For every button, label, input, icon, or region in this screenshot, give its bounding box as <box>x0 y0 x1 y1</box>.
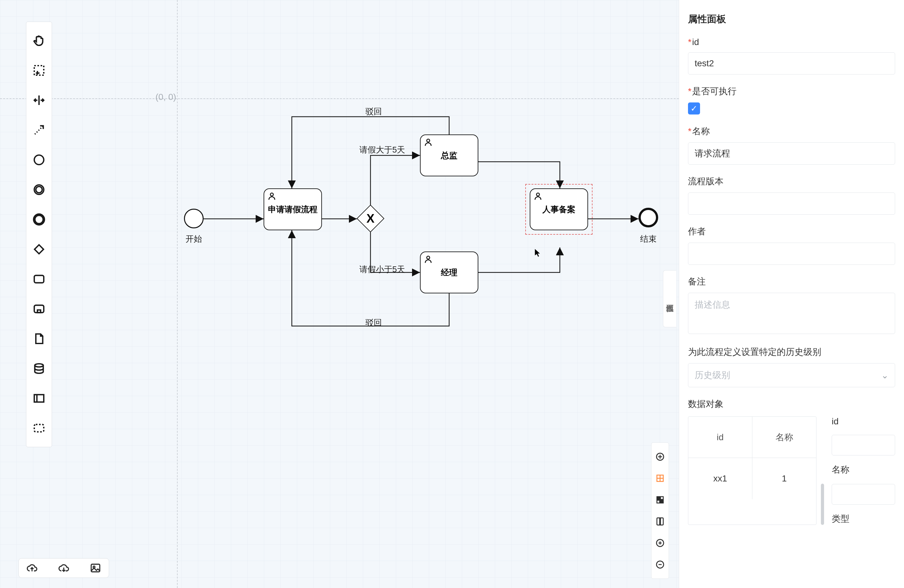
cell-id: xx1 <box>688 458 752 499</box>
table-row[interactable]: xx1 1 <box>688 458 816 499</box>
edge-reject-bottom-label: 驳回 <box>358 317 389 328</box>
hand-tool[interactable] <box>30 32 47 49</box>
start-event-label: 开始 <box>184 234 204 245</box>
field-remark: 备注 <box>688 276 895 335</box>
svg-point-16 <box>35 364 43 367</box>
svg-rect-15 <box>38 310 41 312</box>
history-select[interactable]: 历史级别 ⌄ <box>688 363 895 387</box>
cell-name: 1 <box>752 458 816 499</box>
svg-rect-29 <box>661 500 663 503</box>
io-toolbar <box>18 558 109 578</box>
executable-label: 是否可执行 <box>692 86 736 96</box>
left-palette <box>26 22 52 447</box>
svg-point-1 <box>427 139 430 142</box>
table-scrollbar[interactable] <box>821 484 824 525</box>
connect-tool[interactable] <box>30 122 47 139</box>
upload-button[interactable] <box>26 562 38 574</box>
cursor-icon <box>535 249 541 257</box>
col-id: id <box>688 417 752 458</box>
svg-point-8 <box>34 155 44 164</box>
pool-tool[interactable] <box>30 390 47 407</box>
exclusive-gateway[interactable]: X <box>357 205 384 232</box>
svg-rect-27 <box>661 497 663 499</box>
zoom-in-button[interactable] <box>654 537 667 549</box>
center-canvas-button[interactable] <box>654 472 667 485</box>
end-event-label: 结束 <box>638 234 658 245</box>
svg-point-2 <box>427 256 430 259</box>
edge-reject-top-label: 驳回 <box>358 106 389 117</box>
gateway-tool[interactable] <box>30 241 47 258</box>
task-apply-label: 申请请假流程 <box>265 204 321 215</box>
panel-collapse-tab[interactable]: 属性面板 <box>663 270 676 327</box>
id-label: id <box>692 37 699 47</box>
author-input[interactable] <box>688 243 895 265</box>
version-input[interactable] <box>688 193 895 215</box>
download-button[interactable] <box>57 562 70 574</box>
zoom-out-button[interactable] <box>654 558 667 571</box>
panel-title: 属性面板 <box>688 13 895 26</box>
bpmn-canvas[interactable]: (0, 0) 开始 申请请假流程 X 总监 经理 人事备案 结束 驳回 <box>0 0 679 588</box>
intermediate-event-tool[interactable] <box>30 181 47 198</box>
name-label: 名称 <box>692 126 710 136</box>
user-icon <box>534 191 542 202</box>
remark-textarea[interactable] <box>688 293 895 334</box>
svg-rect-7 <box>34 66 44 75</box>
svg-rect-13 <box>34 275 44 283</box>
data-object-side-form: id 名称 类型 <box>832 416 895 525</box>
origin-horizontal-line <box>0 98 679 99</box>
origin-vertical-line <box>177 0 178 588</box>
author-label: 作者 <box>688 226 895 237</box>
user-icon <box>267 191 276 202</box>
task-hr-record[interactable]: 人事备案 <box>530 188 588 230</box>
chevron-down-icon: ⌄ <box>881 370 888 381</box>
view-toolbar <box>651 443 669 579</box>
end-event[interactable] <box>638 208 658 228</box>
task-director[interactable]: 总监 <box>420 134 478 176</box>
svg-rect-12 <box>35 245 43 254</box>
data-object-table: id 名称 xx1 1 <box>688 416 817 525</box>
executable-checkbox[interactable]: ✓ <box>688 103 700 114</box>
task-director-label: 总监 <box>438 150 461 161</box>
data-object-tool[interactable] <box>30 330 47 347</box>
end-event-tool[interactable] <box>30 211 47 228</box>
id-input[interactable] <box>688 52 895 74</box>
task-manager[interactable]: 经理 <box>420 251 478 293</box>
svg-rect-26 <box>657 497 660 499</box>
subprocess-tool[interactable] <box>30 300 47 318</box>
fit-viewport-button[interactable] <box>654 450 667 463</box>
side-name-input[interactable] <box>832 484 895 504</box>
origin-label: (0, 0) <box>155 92 176 102</box>
side-name-label: 名称 <box>832 464 895 476</box>
svg-rect-14 <box>34 305 44 312</box>
gateway-x-icon: X <box>361 209 380 228</box>
toggle-grid-button[interactable] <box>654 493 667 506</box>
connectors-layer <box>0 0 679 588</box>
documentation-button[interactable] <box>654 515 667 528</box>
svg-point-11 <box>34 215 44 224</box>
svg-rect-20 <box>92 564 100 572</box>
data-object-section-title: 数据对象 <box>688 398 895 410</box>
data-store-tool[interactable] <box>30 360 47 377</box>
name-input[interactable] <box>688 142 895 164</box>
table-header-row: id 名称 <box>688 417 816 458</box>
start-event[interactable] <box>184 209 204 228</box>
task-tool[interactable] <box>30 270 47 288</box>
properties-panel: 属性面板 *id *是否可执行 ✓ *名称 流程版本 作者 备注 为此流程定义设… <box>679 0 904 588</box>
task-manager-label: 经理 <box>438 267 461 278</box>
field-history: 为此流程定义设置特定的历史级别 历史级别 ⌄ <box>688 346 895 387</box>
group-tool[interactable] <box>30 420 47 437</box>
history-label: 为此流程定义设置特定的历史级别 <box>688 346 895 358</box>
remark-label: 备注 <box>688 276 895 288</box>
task-apply-leave[interactable]: 申请请假流程 <box>264 188 322 230</box>
space-tool[interactable] <box>30 92 47 109</box>
col-name: 名称 <box>752 417 816 458</box>
svg-point-10 <box>36 187 42 193</box>
history-placeholder: 历史级别 <box>695 369 730 381</box>
side-id-input[interactable] <box>832 435 895 455</box>
field-id: *id <box>688 37 895 74</box>
export-image-button[interactable] <box>89 562 102 574</box>
version-label: 流程版本 <box>688 175 895 187</box>
lasso-select-tool[interactable] <box>30 62 47 79</box>
start-event-tool[interactable] <box>30 151 47 168</box>
field-author: 作者 <box>688 226 895 265</box>
